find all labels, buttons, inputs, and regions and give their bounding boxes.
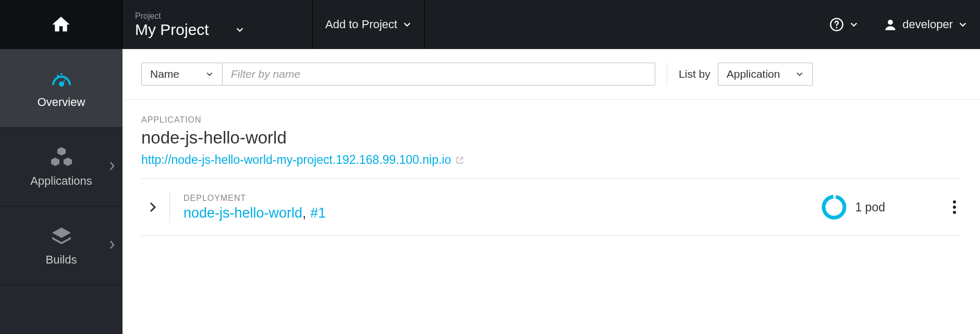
help-icon [829, 17, 844, 32]
filter-type-value: Name [150, 68, 179, 80]
filter-input[interactable] [223, 63, 655, 86]
expand-toggle[interactable] [141, 201, 164, 213]
chevron-down-icon [795, 70, 804, 78]
listby-value: Application [727, 68, 780, 80]
svg-point-1 [836, 27, 838, 28]
user-menu[interactable]: developer [871, 0, 980, 49]
main-body: APPLICATION node-js-hello-world http://n… [123, 100, 980, 252]
svg-point-5 [57, 75, 59, 77]
add-to-project-label: Add to Project [325, 18, 397, 31]
application-heading-label: APPLICATION [141, 115, 961, 125]
sidebar-item-label: Overview [38, 96, 85, 109]
pod-donut[interactable] [822, 195, 847, 220]
application-url-text: http://node-js-hello-world-my-project.19… [141, 153, 451, 167]
content: Name List by Application APPLICATION nod… [123, 49, 980, 334]
deployment-name: node-js-hello-world, #1 [183, 205, 326, 221]
filter-type-select[interactable]: Name [141, 63, 223, 86]
listby-label: List by [679, 68, 710, 80]
chevron-down-icon [205, 70, 214, 78]
chevron-down-icon [849, 20, 859, 29]
user-icon [884, 18, 897, 31]
external-link-icon [456, 156, 464, 164]
project-selector[interactable]: Project My Project [123, 0, 313, 49]
application-url-link[interactable]: http://node-js-hello-world-my-project.19… [141, 153, 464, 167]
deployment-heading-label: DEPLOYMENT [183, 194, 326, 203]
dashboard-icon [50, 68, 73, 89]
project-name: My Project [135, 21, 209, 39]
chevron-down-icon [958, 20, 967, 29]
deployment-revision-link[interactable]: #1 [310, 205, 326, 221]
deployment-name-link[interactable]: node-js-hello-world [183, 205, 302, 221]
user-name: developer [902, 18, 953, 31]
deployment-row: DEPLOYMENT node-js-hello-world, #1 1 pod [141, 179, 961, 236]
toolbar-divider [667, 63, 667, 86]
sidebar-item-applications[interactable]: Applications [0, 128, 123, 207]
add-to-project-button[interactable]: Add to Project [313, 0, 425, 49]
svg-point-7 [822, 195, 846, 219]
application-name: node-js-hello-world [141, 128, 961, 148]
help-menu[interactable] [817, 0, 871, 49]
chevron-down-icon [235, 25, 244, 34]
deployment-actions-kebab[interactable] [948, 198, 961, 216]
home-icon [51, 14, 71, 35]
vertical-divider [169, 192, 170, 223]
applications-icon [49, 146, 74, 169]
project-label: Project [135, 11, 300, 21]
sidebar-item-overview[interactable]: Overview [0, 49, 123, 128]
topbar: Project My Project Add to Project develo… [0, 0, 980, 49]
sidebar-item-label: Applications [30, 174, 92, 188]
chevron-right-icon [149, 201, 156, 213]
sidebar-item-builds[interactable]: Builds [0, 207, 123, 285]
svg-point-6 [60, 73, 63, 75]
svg-point-4 [54, 79, 56, 81]
listby-select[interactable]: Application [718, 63, 813, 86]
pod-count-text: 1 pod [855, 200, 885, 214]
chevron-right-icon [109, 240, 115, 250]
home-button[interactable] [0, 0, 123, 49]
chevron-right-icon [109, 161, 115, 171]
chevron-down-icon [402, 20, 412, 29]
svg-point-2 [888, 20, 893, 25]
sidebar-item-label: Builds [46, 253, 77, 267]
toolbar: Name List by Application [123, 49, 980, 100]
builds-icon [50, 225, 73, 247]
topbar-spacer [425, 0, 817, 49]
sidebar: Overview Applications Builds [0, 49, 123, 334]
